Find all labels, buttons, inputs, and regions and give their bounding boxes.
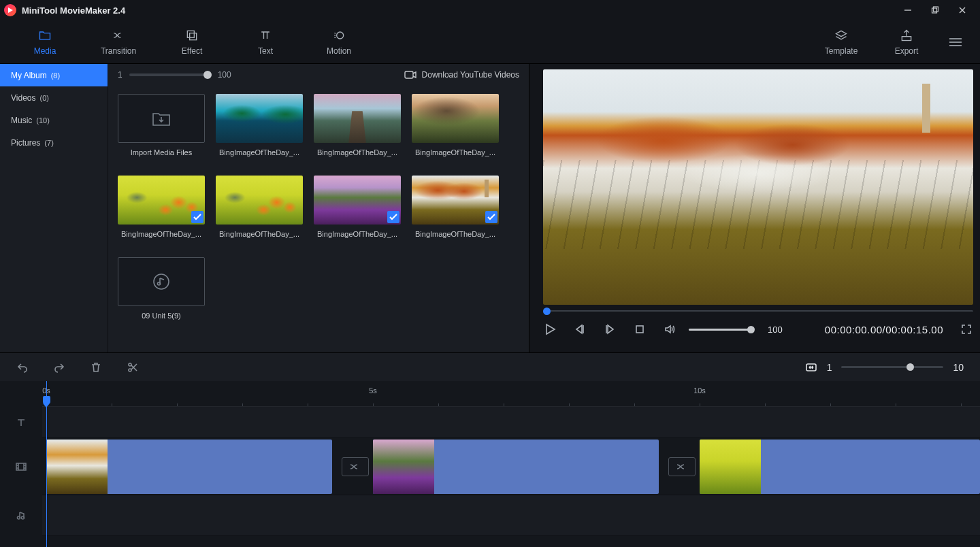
tab-motion[interactable]: Motion bbox=[302, 20, 376, 63]
tracks-area[interactable]: 0s5s10s bbox=[42, 381, 980, 547]
import-media-tile[interactable] bbox=[118, 94, 205, 143]
download-youtube-videos-link[interactable]: Download YouTube Videos bbox=[404, 70, 519, 80]
nav-export[interactable]: Export bbox=[874, 29, 939, 56]
sidebar-item-label: My Album bbox=[11, 71, 47, 80]
download-youtube-label: Download YouTube Videos bbox=[422, 70, 519, 80]
tab-effect[interactable]: Effect bbox=[155, 20, 229, 63]
svg-rect-7 bbox=[190, 33, 197, 39]
sidebar-item-pictures[interactable]: Pictures (7) bbox=[0, 131, 108, 154]
text-track[interactable] bbox=[42, 407, 980, 438]
transition-placeholder[interactable] bbox=[342, 457, 369, 476]
tab-label: Motion bbox=[327, 46, 351, 56]
clip-thumbnail bbox=[46, 440, 108, 494]
media-item[interactable]: Import Media Files bbox=[118, 94, 205, 165]
window-minimize-button[interactable] bbox=[894, 0, 921, 20]
clip-thumbnail bbox=[700, 440, 761, 494]
tab-media[interactable]: Media bbox=[8, 20, 82, 63]
titlebar: MiniTool MovieMaker 2.4 bbox=[0, 0, 980, 20]
media-thumbnail[interactable] bbox=[314, 176, 401, 225]
redo-button[interactable] bbox=[53, 361, 65, 374]
window-maximize-button[interactable] bbox=[921, 0, 949, 20]
sidebar-item-count: (10) bbox=[36, 116, 50, 125]
audio-track-icon bbox=[0, 495, 42, 536]
media-thumbnail[interactable] bbox=[216, 94, 303, 143]
media-thumbnail[interactable] bbox=[216, 176, 303, 225]
sidebar-item-videos[interactable]: Videos (0) bbox=[0, 86, 108, 109]
svg-point-32 bbox=[18, 516, 20, 519]
media-thumbnail[interactable] bbox=[314, 94, 401, 143]
window-close-button[interactable] bbox=[949, 0, 976, 20]
checkmark-icon bbox=[191, 211, 203, 223]
media-item[interactable]: 09 Unit 5(9) bbox=[118, 257, 205, 328]
media-item[interactable]: BingImageOfTheDay_... bbox=[314, 94, 401, 165]
volume-slider[interactable] bbox=[689, 329, 751, 331]
sidebar-item-label: Music bbox=[11, 116, 32, 125]
media-item[interactable]: BingImageOfTheDay_... bbox=[412, 176, 499, 246]
tab-label: Transition bbox=[101, 46, 136, 56]
video-clip[interactable] bbox=[46, 440, 332, 494]
media-thumbnail[interactable] bbox=[412, 176, 499, 225]
svg-point-22 bbox=[129, 363, 131, 366]
tab-label: Text bbox=[258, 46, 273, 56]
media-item[interactable]: BingImageOfTheDay_... bbox=[216, 176, 303, 246]
media-label: 09 Unit 5(9) bbox=[142, 312, 180, 320]
preview-controls: 100 00:00:00.00/00:00:15.00 bbox=[543, 316, 973, 340]
media-label: BingImageOfTheDay_... bbox=[415, 230, 495, 238]
sidebar-item-music[interactable]: Music (10) bbox=[0, 109, 108, 131]
media-thumbnail[interactable] bbox=[412, 94, 499, 143]
timeline: 0s5s10s bbox=[0, 381, 980, 547]
media-label: BingImageOfTheDay_... bbox=[415, 148, 495, 156]
media-grid: Import Media FilesBingImageOfTheDay_...B… bbox=[108, 86, 529, 336]
media-item[interactable]: BingImageOfTheDay_... bbox=[314, 176, 401, 246]
stop-button[interactable] bbox=[633, 322, 647, 336]
fit-timeline-button[interactable] bbox=[805, 361, 817, 374]
playhead[interactable] bbox=[46, 381, 47, 547]
effect-icon bbox=[185, 29, 199, 42]
volume-button[interactable] bbox=[663, 322, 676, 336]
media-thumbnail[interactable] bbox=[118, 176, 205, 225]
hamburger-menu-button[interactable] bbox=[939, 37, 972, 47]
thumb-size-slider[interactable] bbox=[129, 73, 211, 76]
svg-marker-17 bbox=[576, 325, 582, 333]
audio-track[interactable] bbox=[42, 495, 980, 536]
split-button[interactable] bbox=[127, 361, 139, 374]
preview-viewport bbox=[543, 69, 973, 305]
svg-marker-20 bbox=[608, 325, 613, 333]
transition-placeholder[interactable] bbox=[668, 457, 696, 476]
checkmark-icon bbox=[387, 211, 399, 223]
sidebar-item-count: (0) bbox=[39, 94, 48, 102]
sidebar-item-my-album[interactable]: My Album (8) bbox=[0, 64, 108, 86]
preview-image bbox=[543, 69, 973, 305]
svg-rect-6 bbox=[187, 31, 194, 37]
sidebar-item-label: Videos bbox=[11, 93, 35, 103]
time-ruler[interactable]: 0s5s10s bbox=[42, 381, 980, 407]
app-logo bbox=[4, 4, 16, 16]
play-button[interactable] bbox=[543, 322, 557, 336]
delete-button[interactable] bbox=[90, 361, 102, 374]
media-item[interactable]: BingImageOfTheDay_... bbox=[118, 176, 205, 246]
nav-label: Export bbox=[895, 46, 919, 56]
media-item[interactable]: BingImageOfTheDay_... bbox=[412, 94, 499, 165]
nav-template[interactable]: Template bbox=[808, 29, 874, 56]
media-thumbnail-size-bar: 1 100 Download YouTube Videos bbox=[108, 64, 529, 86]
fullscreen-button[interactable] bbox=[960, 322, 973, 336]
preview-seekbar[interactable] bbox=[543, 306, 973, 316]
next-frame-button[interactable] bbox=[603, 322, 617, 336]
video-track[interactable] bbox=[42, 438, 980, 495]
app-title: MiniTool MovieMaker 2.4 bbox=[22, 5, 125, 16]
tab-text[interactable]: Text bbox=[229, 20, 302, 63]
video-clip[interactable] bbox=[700, 440, 980, 494]
preview-panel: 100 00:00:00.00/00:00:15.00 bbox=[529, 64, 980, 352]
svg-point-33 bbox=[22, 516, 24, 519]
camera-download-icon bbox=[404, 70, 416, 80]
zoom-slider[interactable] bbox=[841, 366, 943, 368]
audio-thumbnail[interactable] bbox=[118, 257, 205, 306]
media-item[interactable]: BingImageOfTheDay_... bbox=[216, 94, 303, 165]
prev-frame-button[interactable] bbox=[573, 322, 587, 336]
tab-transition[interactable]: Transition bbox=[82, 20, 155, 63]
video-clip[interactable] bbox=[373, 440, 659, 494]
video-track-icon bbox=[0, 438, 42, 495]
undo-button[interactable] bbox=[16, 361, 29, 374]
thumb-size-min: 1 bbox=[118, 70, 122, 80]
clip-thumbnail bbox=[373, 440, 434, 494]
